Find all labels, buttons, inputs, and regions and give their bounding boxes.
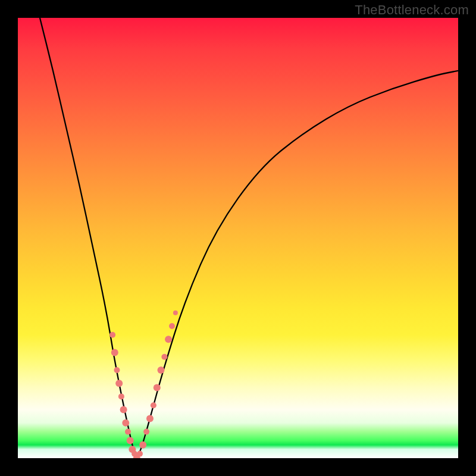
data-marker (139, 441, 146, 449)
plot-area (18, 18, 458, 458)
data-marker (118, 393, 124, 399)
data-marker (122, 419, 129, 427)
watermark-text: TheBottleneck.com (355, 2, 469, 18)
data-marker (151, 402, 156, 408)
curve-svg (18, 18, 458, 458)
data-marker (154, 384, 161, 392)
data-marker (161, 354, 167, 360)
data-marker (169, 323, 175, 329)
data-marker (165, 336, 172, 343)
data-marker (137, 451, 143, 457)
chart-frame: TheBottleneck.com (0, 0, 476, 476)
data-marker (127, 437, 134, 444)
data-marker (173, 311, 178, 315)
data-marker (146, 415, 154, 422)
data-marker (143, 429, 149, 435)
bottleneck-curve (40, 18, 458, 457)
data-marker (114, 367, 120, 373)
data-marker (115, 380, 123, 387)
data-marker (111, 349, 118, 356)
marker-group (109, 311, 178, 458)
data-marker (120, 406, 127, 414)
data-marker (125, 429, 131, 435)
data-marker (109, 332, 115, 338)
data-marker (158, 367, 165, 374)
